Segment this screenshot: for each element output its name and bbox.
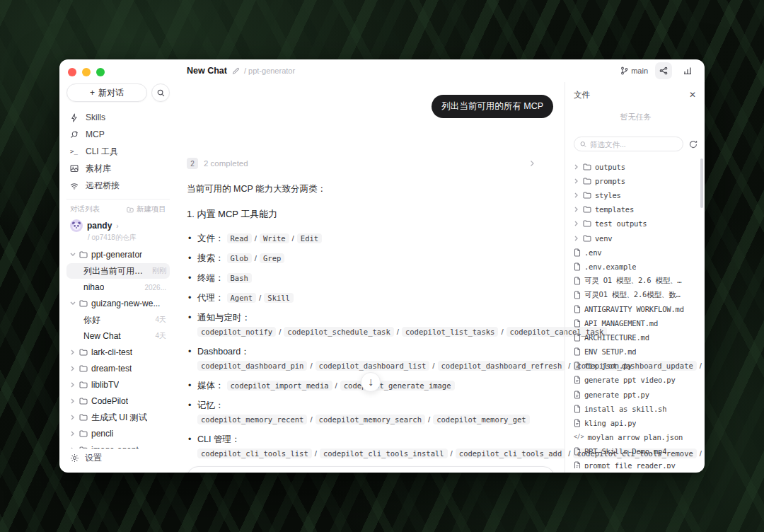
file-name: moylan_arrow_plan.json (587, 433, 683, 441)
file-tree-row[interactable]: </> .env (574, 245, 698, 260)
file-tree-row[interactable]: </> .env.example (574, 260, 698, 274)
file-tree-row[interactable]: </> venv (574, 231, 698, 245)
file-tree-row[interactable]: </> ARCHITECTURE.md (574, 330, 698, 345)
file-tree-row[interactable]: </> PPT-Skills-Demo.mp4 (574, 444, 698, 458)
sidebar-item-mcp[interactable]: MCP (66, 126, 170, 143)
sidebar-item-assets[interactable]: 素材库 (66, 160, 170, 177)
file-tree-row[interactable]: </> generate_ppt.py (574, 388, 698, 402)
bullet-part: codepilot_memory_search (316, 415, 425, 424)
bullet-label: 文件： (197, 233, 224, 243)
tree-item-label: lark-cli-test (91, 347, 132, 357)
file-tree-row[interactable]: </> templates (574, 202, 698, 216)
file-tree-row[interactable]: </> styles (574, 188, 698, 202)
bullet-part: / (259, 294, 261, 302)
page-title: New Chat (187, 66, 227, 76)
file-tree-row[interactable]: </> 可灵 O1 模型、2.6 模型、… (574, 274, 698, 288)
file-tree-row[interactable]: </> generate_ppt_video.py (574, 373, 698, 387)
conversation-tree-row[interactable]: nihao 2026... (66, 279, 170, 295)
file-tree-row[interactable]: </> 可灵O1 模型、2.6模型、数… (574, 288, 698, 302)
wifi-icon (70, 182, 79, 190)
file-tree-row[interactable]: </> prompts (574, 174, 698, 188)
file-tree-row[interactable]: </> ANTIGRAVITY_WORKFLOW.md (574, 302, 698, 316)
conversation-tree-row[interactable]: ppt-generator (66, 247, 170, 262)
close-window-button[interactable] (68, 68, 76, 76)
conversation-tree-row[interactable]: 你好 4天 (66, 312, 170, 328)
pencil-icon[interactable] (232, 67, 240, 75)
folder-icon (583, 163, 591, 170)
bullet-label: 通知与定时： (197, 313, 250, 323)
tree-item-label: ppt-generator (91, 250, 142, 260)
conversation-tree-row[interactable]: lark-cli-test (66, 345, 170, 360)
sidebar-item-cli-tools[interactable]: >_ CLI 工具 (66, 143, 170, 160)
sidebar-item-skills[interactable]: Skills (66, 109, 170, 126)
conversation-tree-row[interactable]: 列出当前可用的所有 ... 刚刚 (66, 263, 170, 279)
bullet-part: codepilot_cli_tools_install (320, 449, 448, 458)
tree-item-label: 列出当前可用的所有 ... (83, 265, 149, 277)
new-project-button[interactable]: 新建项目 (127, 204, 166, 214)
folder-icon (79, 365, 88, 372)
sidebar-item-label: 素材库 (86, 163, 111, 175)
chevron-right-icon (574, 221, 579, 226)
chevron-right-icon (70, 415, 76, 420)
git-branch-button[interactable]: main (620, 66, 648, 75)
minimize-window-button[interactable] (82, 68, 91, 76)
sidebar-item-label: 远程桥接 (86, 180, 120, 192)
folder-icon (583, 235, 591, 242)
file-tree-row[interactable]: </> test_outputs (574, 216, 698, 231)
folder-icon (79, 414, 88, 421)
share-nodes-button[interactable] (655, 62, 672, 79)
zoom-window-button[interactable] (96, 68, 105, 76)
file-name: styles (595, 191, 621, 200)
bullet-part: codepilot_schedule_task (284, 327, 393, 337)
mcp-plug-icon (70, 130, 79, 139)
file-name: API_MANAGEMENT.md (584, 319, 658, 328)
stats-panel-button[interactable] (679, 62, 696, 79)
file-name: ENV_SETUP.md (584, 347, 636, 356)
sidebar-item-label: MCP (86, 129, 105, 139)
image-icon (70, 164, 79, 173)
new-chat-button[interactable]: + 新对话 (66, 83, 147, 102)
sidebar-item-label: CLI 工具 (86, 146, 118, 158)
file-tree-row[interactable]: </> fix_json.py (574, 359, 698, 373)
scrollbar-thumb[interactable] (700, 158, 703, 208)
conversation-tree-row[interactable]: image-agent (66, 442, 170, 449)
chevron-right-icon: › (116, 222, 118, 230)
conversation-tree-row[interactable]: pencli (66, 426, 170, 441)
bullet-label: CLI 管理： (197, 434, 240, 444)
tool-status-row[interactable]: 2 2 completed (187, 158, 555, 169)
bullet-part: / (501, 328, 503, 336)
bullet-part: codepilot_cli_tools_list (197, 449, 312, 458)
refresh-icon (689, 140, 698, 149)
chevron-right-icon (574, 192, 579, 198)
bullet-part: / (335, 381, 337, 390)
file-tree-row[interactable]: </> kling_api.py (574, 416, 698, 430)
sidebar-item-remote-bridge[interactable]: 远程桥接 (66, 177, 170, 194)
conversation-tree-row[interactable]: CodePilot (66, 393, 170, 409)
chevron-right-icon (70, 252, 76, 258)
divider (66, 199, 170, 200)
file-tree-row[interactable]: </> install_as_skill.sh (574, 402, 698, 416)
file-tree-row[interactable]: </> prompt_file_reader.py (574, 458, 698, 468)
file-name: ANTIGRAVITY_WORKFLOW.md (584, 305, 684, 313)
refresh-button[interactable] (689, 140, 698, 149)
settings-button[interactable]: 设置 (66, 449, 170, 467)
app-window: + 新对话 Skills MCP >_ CLI 工具 素材库 远程桥接 (59, 59, 705, 473)
tree-item-label: liblibTV (91, 380, 119, 390)
file-tree-row[interactable]: </> moylan_arrow_plan.json (574, 430, 698, 444)
file-tree-row[interactable]: </> ENV_SETUP.md (574, 345, 698, 359)
conversation-tree-row[interactable]: New Chat 4天 (66, 328, 170, 344)
bullet-part: / (397, 328, 399, 336)
conversation-tree-row[interactable]: dream-test (66, 361, 170, 376)
chevron-right-icon[interactable] (529, 160, 535, 167)
file-tree-row[interactable]: </> API_MANAGEMENT.md (574, 316, 698, 330)
conversation-tree-row[interactable]: 生成式 UI 测试 (66, 410, 170, 425)
search-button[interactable] (151, 83, 170, 102)
list-item: 代理：Agent/Skill (187, 291, 555, 305)
file-filter-input[interactable] (590, 140, 677, 149)
conversation-tree-row[interactable]: guizang-new-we... (66, 296, 170, 311)
conversation-tree-row[interactable]: liblibTV (66, 377, 170, 393)
workspace-profile[interactable]: pandy › / op7418的仓库 (66, 217, 170, 247)
scroll-down-button[interactable]: ↓ (361, 372, 381, 392)
file-tree-row[interactable]: </> outputs (574, 160, 698, 174)
close-icon[interactable]: ✕ (688, 88, 698, 101)
